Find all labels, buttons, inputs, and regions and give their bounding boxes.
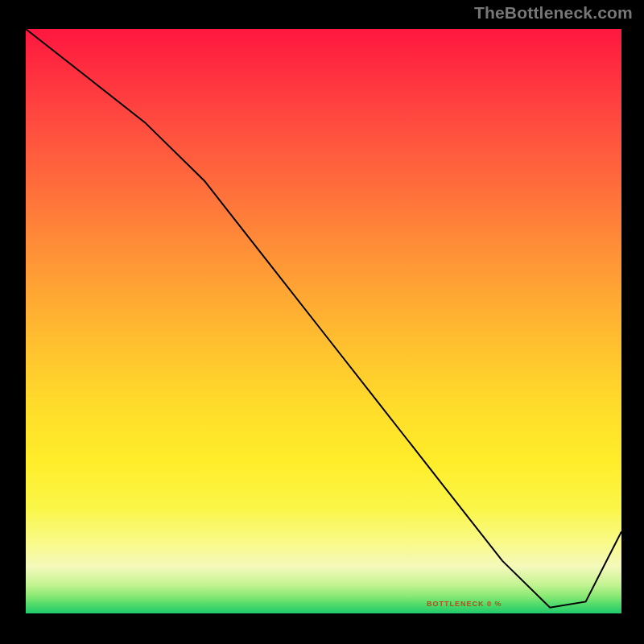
- watermark-text: TheBottleneck.com: [474, 3, 633, 23]
- chart-stage: TheBottleneck.com BOTTLENECK 0 %: [0, 0, 644, 644]
- curve-svg: [26, 29, 621, 613]
- gradient-background: BOTTLENECK 0 %: [26, 29, 621, 613]
- bottleneck-curve: [26, 29, 621, 608]
- plot-area: BOTTLENECK 0 %: [18, 24, 626, 626]
